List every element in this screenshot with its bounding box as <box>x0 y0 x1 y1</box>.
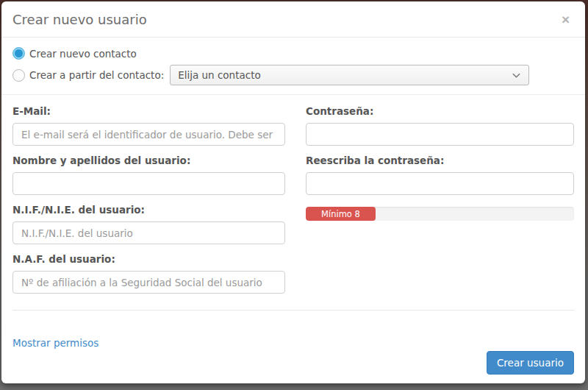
password-strength-fill: Mínimo 8 <box>306 207 376 221</box>
password-group: Contraseña: <box>306 105 574 146</box>
password-repeat-label: Reescriba la contraseña: <box>306 155 574 166</box>
nif-group: N.I.F./N.I.E. del usuario: <box>12 204 285 244</box>
email-group: E-Mail: <box>12 105 285 146</box>
page-title: Crear nuevo usuario <box>12 12 147 27</box>
contact-select-value: Elija un contacto <box>178 69 261 81</box>
contact-select[interactable]: Elija un contacto <box>170 65 529 85</box>
radio-new-contact[interactable] <box>12 47 25 60</box>
modal-header: Crear nuevo usuario × <box>1 1 585 38</box>
password-strength-label: Mínimo 8 <box>321 209 360 219</box>
radio-row-new-contact: Crear nuevo contacto <box>12 47 574 60</box>
form-column-right: Contraseña: Reescriba la contraseña: Mín… <box>306 98 574 302</box>
naf-label: N.A.F. del usuario: <box>12 253 285 265</box>
radio-existing-contact-label[interactable]: Crear a partir del contacto: <box>29 69 164 81</box>
modal-body: E-Mail: Nombre y apellidos del usuario: … <box>1 95 585 325</box>
create-user-button[interactable]: Crear usuario <box>487 351 574 375</box>
password-repeat-group: Reescriba la contraseña: <box>306 155 574 195</box>
divider <box>12 310 574 311</box>
modal-footer: Mostrar permisos Crear usuario <box>1 325 585 383</box>
email-field[interactable] <box>12 123 285 146</box>
password-label: Contraseña: <box>306 105 574 117</box>
fullname-group: Nombre y apellidos del usuario: <box>12 155 285 195</box>
contact-choice-section: Crear nuevo contacto Crear a partir del … <box>1 38 585 95</box>
email-label: E-Mail: <box>12 105 285 117</box>
show-permissions-link[interactable]: Mostrar permisos <box>12 337 98 349</box>
password-field[interactable] <box>306 123 574 146</box>
radio-row-existing-contact: Crear a partir del contacto: Elija un co… <box>12 65 574 85</box>
fullname-label: Nombre y apellidos del usuario: <box>12 155 285 166</box>
form-column-left: E-Mail: Nombre y apellidos del usuario: … <box>12 98 285 302</box>
nif-label: N.I.F./N.I.E. del usuario: <box>12 204 285 216</box>
chevron-down-icon <box>512 71 521 80</box>
password-strength-meter: Mínimo 8 <box>306 207 574 221</box>
radio-new-contact-label[interactable]: Crear nuevo contacto <box>29 48 137 60</box>
naf-field[interactable] <box>12 271 285 294</box>
close-icon[interactable]: × <box>557 11 574 28</box>
password-repeat-field[interactable] <box>306 172 574 195</box>
create-user-modal: Crear nuevo usuario × Crear nuevo contac… <box>1 1 585 383</box>
radio-existing-contact[interactable] <box>12 69 25 82</box>
nif-field[interactable] <box>12 221 285 244</box>
footer-actions: Crear usuario <box>12 351 574 375</box>
form-grid: E-Mail: Nombre y apellidos del usuario: … <box>12 98 574 302</box>
naf-group: N.A.F. del usuario: <box>12 253 285 294</box>
fullname-field[interactable] <box>12 172 285 195</box>
